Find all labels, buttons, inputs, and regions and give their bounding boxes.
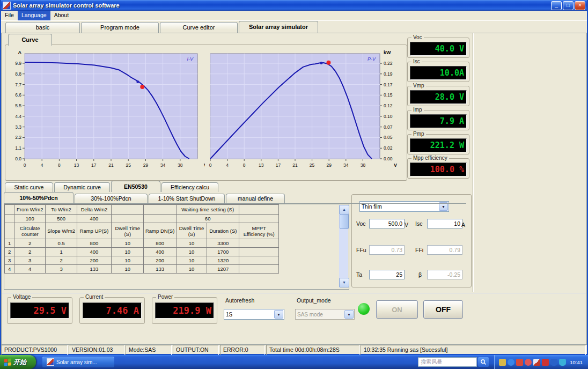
en50530-table: From W/m2 To W/m2 Delta W/m2 Waiting tim… (4, 204, 349, 290)
tab-curve[interactable]: Curve (8, 34, 52, 46)
off-button[interactable]: OFF (423, 300, 463, 319)
cell[interactable]: 0.5 (46, 239, 77, 248)
value-cell[interactable] (112, 215, 144, 223)
search-input[interactable]: 搜索风暴 (418, 357, 477, 367)
scroll-down-icon[interactable]: ▼ (339, 278, 349, 287)
taskbar-item-solar-array[interactable]: Solar array sim... (42, 357, 114, 367)
cell[interactable]: 10 (112, 239, 144, 248)
cell[interactable]: 10 (176, 248, 207, 256)
value-cell[interactable] (5, 215, 14, 223)
cell[interactable]: 10 (112, 265, 144, 274)
cell[interactable] (239, 265, 279, 274)
tab-dynamic-curve[interactable]: Dynamic curve (54, 182, 110, 192)
tab-static-curve[interactable]: Static curve (5, 182, 53, 192)
value-to[interactable]: 500 (46, 215, 77, 223)
cell[interactable]: 10 (176, 256, 207, 265)
cell[interactable]: 800 (77, 239, 111, 248)
cell[interactable]: 200 (144, 256, 176, 265)
tray-icon[interactable] (559, 359, 566, 366)
cell[interactable]: 10 (112, 256, 144, 265)
close-button[interactable]: × (575, 1, 585, 10)
cell[interactable]: 2 (14, 239, 46, 248)
cell[interactable]: 400 (144, 248, 176, 256)
tray-icon[interactable] (516, 359, 523, 366)
tray-icon[interactable] (508, 359, 514, 366)
cell[interactable]: 1 (46, 248, 77, 256)
header-ramp-dn: Ramp DN(S) (144, 223, 176, 239)
value-from[interactable]: 100 (14, 215, 46, 223)
value-cell[interactable] (144, 215, 176, 223)
cell[interactable]: 2 (46, 256, 77, 265)
header-cell (5, 223, 14, 239)
voc-setting-input[interactable] (369, 219, 405, 228)
value-delta[interactable]: 400 (77, 215, 111, 223)
tab-curve-editor[interactable]: Curve editor (160, 22, 238, 33)
cell[interactable]: 800 (144, 239, 176, 248)
cell[interactable]: 10 (176, 265, 207, 274)
cell[interactable]: 3300 (207, 239, 239, 248)
cell[interactable]: 1320 (207, 256, 239, 265)
cell[interactable]: 1207 (207, 265, 239, 274)
minimize-button[interactable]: _ (551, 1, 562, 10)
tray-icon[interactable] (533, 359, 540, 366)
cell[interactable]: 3 (46, 265, 77, 274)
value-cell[interactable] (239, 215, 279, 223)
cell[interactable] (239, 248, 279, 256)
chevron-down-icon[interactable]: ▼ (274, 310, 283, 319)
svg-text:0.05: 0.05 (384, 135, 393, 140)
voltage-value: 29.5 V (10, 302, 69, 319)
cell[interactable]: 2 (14, 248, 46, 256)
row-number: 3 (5, 256, 14, 265)
ffi-label: FFi (415, 247, 423, 253)
header-waiting-time: Waiting time setting (S) (176, 205, 239, 215)
menu-language[interactable]: Language (18, 11, 50, 20)
chevron-down-icon[interactable]: ▼ (344, 310, 354, 319)
table-row: 3 3 2 200 10 200 10 1320 (5, 256, 279, 265)
menu-about[interactable]: About (50, 11, 72, 20)
ta-input[interactable] (369, 270, 405, 279)
search-button[interactable] (478, 357, 489, 367)
table-scrollbar[interactable]: ▲ ▼ (339, 205, 348, 287)
menu-file[interactable]: File (1, 11, 18, 20)
cell[interactable]: 10 (112, 248, 144, 256)
cell[interactable]: 400 (77, 248, 111, 256)
tab-efficiency-calcu[interactable]: Efficiency calcu (161, 182, 218, 192)
autorefresh-select[interactable]: 1S ▼ (224, 309, 284, 320)
svg-text:34: 34 (160, 163, 166, 168)
tray-icon[interactable] (542, 359, 549, 366)
tab-program-mode[interactable]: Program mode (81, 22, 159, 33)
tray-icon[interactable] (550, 359, 557, 366)
cell[interactable]: 133 (77, 265, 111, 274)
tab-10-50-pdcn[interactable]: 10%-50%Pdcn (4, 192, 74, 203)
isc-setting-input[interactable] (427, 219, 462, 228)
output-mode-select[interactable]: SAS mode ▼ (295, 309, 355, 320)
cell[interactable]: 1700 (207, 248, 239, 256)
svg-text:0.02: 0.02 (384, 145, 393, 151)
cell[interactable] (239, 239, 279, 248)
cell[interactable]: 133 (144, 265, 176, 274)
tab-en50530[interactable]: EN50530 (111, 181, 160, 192)
on-button[interactable]: ON (376, 300, 418, 319)
tab-start-shutdown[interactable]: 1-10% Start ShutDown (149, 194, 225, 203)
cell[interactable]: 4 (14, 265, 46, 274)
tray-icon[interactable] (499, 359, 506, 366)
scroll-up-icon[interactable]: ▲ (339, 205, 349, 215)
cell[interactable]: 3 (14, 256, 46, 265)
tab-30-100-pdcn[interactable]: 30%-100%Pdcn (75, 194, 148, 203)
value-waiting-time[interactable]: 60 (176, 215, 239, 223)
cell[interactable]: 200 (77, 256, 111, 265)
cell[interactable] (239, 256, 279, 265)
module-settings-group: Thin film ▼ Voc V Isc A FFu FFi Ta β (351, 194, 472, 287)
header-slope: Slope W/m2 (46, 223, 77, 239)
svg-text:29: 29 (326, 163, 332, 168)
svg-text:34: 34 (343, 163, 349, 168)
svg-text:21: 21 (292, 163, 298, 168)
start-button[interactable]: 开始 (0, 355, 36, 369)
maximize-button[interactable]: □ (563, 1, 574, 10)
cell[interactable]: 10 (176, 239, 207, 248)
tray-icon[interactable] (525, 359, 532, 366)
tab-solar-array-simulator[interactable]: Solar array simulator (239, 21, 318, 33)
tab-basic[interactable]: basic (5, 22, 80, 33)
tab-manual-define[interactable]: manual define (226, 194, 285, 203)
scrollbar-thumb[interactable] (340, 214, 349, 229)
